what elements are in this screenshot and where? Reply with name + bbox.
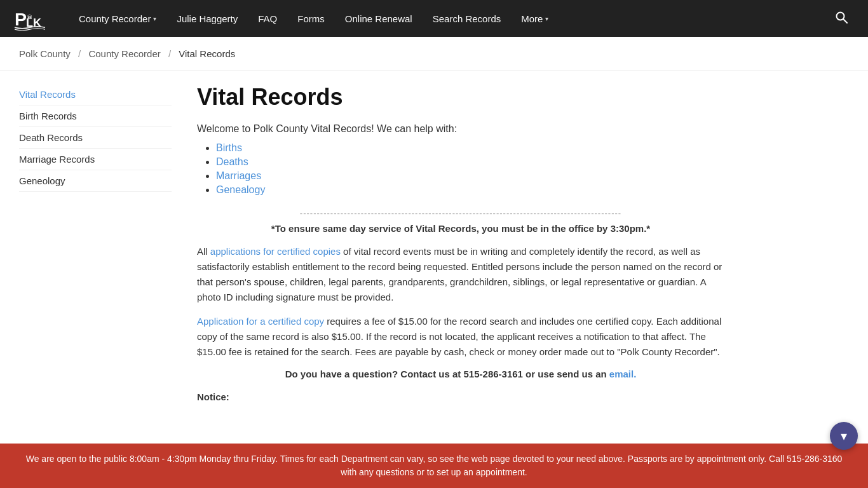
divider-line: ----------------------------------------… bbox=[197, 208, 724, 218]
caret-icon: ▾ bbox=[153, 15, 156, 22]
nav-county-recorder[interactable]: County Recorder ▾ bbox=[70, 8, 165, 29]
certified-copies-link[interactable]: applications for certified copies bbox=[210, 246, 341, 257]
genealogy-link[interactable]: Genealogy bbox=[216, 184, 265, 195]
brand-logo[interactable]: P 🏛 LK bbox=[13, 4, 51, 32]
body-text-1: All applications for certified copies of… bbox=[197, 244, 724, 305]
nav-search-records[interactable]: Search Records bbox=[424, 8, 510, 29]
breadcrumb-county-recorder[interactable]: County Recorder bbox=[88, 48, 160, 59]
more-caret-icon: ▾ bbox=[545, 15, 548, 22]
breadcrumb-sep-1: / bbox=[78, 48, 81, 59]
page-title: Vital Records bbox=[197, 84, 724, 111]
chat-button[interactable]: ▾ bbox=[830, 422, 858, 426]
nav-forms[interactable]: Forms bbox=[288, 8, 334, 29]
body-text-2: Application for a certified copy require… bbox=[197, 314, 724, 360]
nav-online-renewal[interactable]: Online Renewal bbox=[336, 8, 421, 29]
vital-links-list: Births Deaths Marriages Genealogy bbox=[197, 142, 724, 196]
important-notice: *To ensure same day service of Vital Rec… bbox=[197, 223, 724, 234]
svg-text:P: P bbox=[15, 9, 27, 29]
breadcrumb-sep-2: / bbox=[168, 48, 171, 59]
nav-julie-haggerty[interactable]: Julie Haggerty bbox=[168, 8, 247, 29]
page-body: Vital Records Birth Records Death Record… bbox=[0, 71, 826, 426]
births-link[interactable]: Births bbox=[216, 142, 242, 153]
breadcrumb-current: Vital Records bbox=[179, 48, 235, 59]
nav-links: County Recorder ▾ Julie Haggerty FAQ For… bbox=[70, 8, 827, 29]
notice-header: Notice: bbox=[197, 390, 724, 405]
sidebar-birth-records[interactable]: Birth Records bbox=[19, 105, 172, 127]
nav-faq[interactable]: FAQ bbox=[249, 8, 286, 29]
notice-label: Notice: bbox=[197, 391, 229, 402]
email-link[interactable]: email. bbox=[609, 369, 637, 379]
breadcrumb-polk-county[interactable]: Polk County bbox=[19, 48, 71, 59]
list-item-births: Births bbox=[216, 142, 724, 154]
intro-text: Welcome to Polk County Vital Records! We… bbox=[197, 123, 724, 135]
marriages-link[interactable]: Marriages bbox=[216, 170, 261, 181]
contact-line: Do you have a question? Contact us at 51… bbox=[197, 369, 724, 379]
certified-copy-app-link[interactable]: Application for a certified copy bbox=[197, 316, 324, 327]
sidebar: Vital Records Birth Records Death Record… bbox=[19, 84, 172, 414]
sidebar-vital-records[interactable]: Vital Records bbox=[19, 84, 172, 105]
sidebar-marriage-records[interactable]: Marriage Records bbox=[19, 149, 172, 170]
list-item-marriages: Marriages bbox=[216, 170, 724, 182]
nav-more[interactable]: More ▾ bbox=[512, 8, 557, 29]
sidebar-death-records[interactable]: Death Records bbox=[19, 127, 172, 149]
list-item-genealogy: Genealogy bbox=[216, 184, 724, 196]
navbar: P 🏛 LK County Recorder ▾ Julie Haggerty … bbox=[0, 0, 868, 37]
body1-prefix: All bbox=[197, 246, 210, 257]
sidebar-geneology[interactable]: Geneology bbox=[19, 170, 172, 192]
deaths-link[interactable]: Deaths bbox=[216, 156, 248, 167]
list-item-deaths: Deaths bbox=[216, 156, 724, 168]
main-content: Vital Records Welcome to Polk County Vit… bbox=[197, 84, 724, 414]
search-icon[interactable] bbox=[827, 6, 855, 32]
svg-line-5 bbox=[843, 19, 847, 23]
contact-text: Do you have a question? Contact us at 51… bbox=[285, 369, 609, 379]
breadcrumb: Polk County / County Recorder / Vital Re… bbox=[0, 37, 868, 71]
